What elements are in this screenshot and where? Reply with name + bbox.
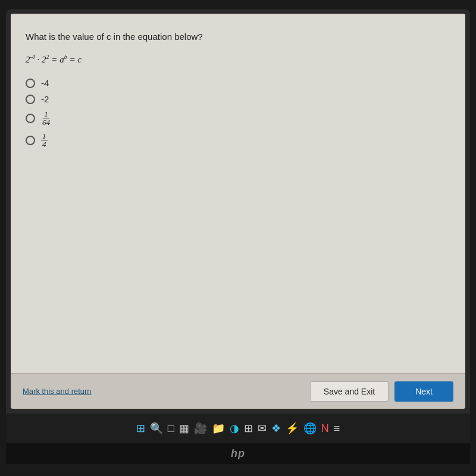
fraction-1-64: 1 64 [41,110,51,126]
fraction-1-4: 1 4 [41,132,48,148]
denominator-64: 64 [41,118,51,126]
save-exit-button[interactable]: Save and Exit [310,381,389,402]
dropbox-icon[interactable]: ❖ [271,422,281,435]
netflix-icon[interactable]: N [321,422,329,435]
option-1[interactable]: -4 [26,78,450,88]
action-buttons: Save and Exit Next [310,381,453,402]
widgets-icon[interactable]: ▦ [179,422,189,435]
laptop-bezel: What is the value of c in the equation b… [6,9,470,414]
taskbar: ⊞ 🔍 □ ▦ 🎥 📁 ◑ ⊞ ✉ ❖ ⚡ 🌐 N ≡ [6,414,470,443]
quiz-content: What is the value of c in the equation b… [11,14,465,373]
bottom-bar: Mark this and return Save and Exit Next [11,373,465,409]
equation: 2-4 · 22 = ab = c [26,54,450,65]
option-4[interactable]: 1 4 [26,132,450,148]
option-2-label: -2 [41,94,49,104]
edge-icon[interactable]: ◑ [230,422,239,435]
windows-icon[interactable]: ⊞ [136,422,145,435]
numerator-2: 1 [41,132,48,140]
screen: What is the value of c in the equation b… [0,0,476,476]
chrome-icon[interactable]: 🌐 [303,422,317,435]
radio-3[interactable] [26,114,35,123]
hp-logo-bar: hp [6,443,470,464]
option-3[interactable]: 1 64 [26,110,450,126]
bolt-icon[interactable]: ⚡ [286,422,299,435]
menu-icon[interactable]: ≡ [334,422,340,435]
option-2[interactable]: -2 [26,94,450,104]
radio-2[interactable] [26,95,35,104]
task-view-icon[interactable]: □ [168,422,174,435]
hp-logo: hp [231,447,245,460]
mark-return-link[interactable]: Mark this and return [23,387,92,396]
question-text: What is the value of c in the equation b… [26,32,450,42]
radio-1[interactable] [26,79,35,88]
folder-icon[interactable]: 📁 [212,422,225,435]
mail-icon[interactable]: ✉ [258,422,267,435]
option-1-label: -4 [41,78,49,88]
next-button[interactable]: Next [394,381,453,402]
options-list: -4 -2 1 64 [26,78,450,148]
apps-icon[interactable]: ⊞ [244,422,253,435]
numerator-1: 1 [43,110,49,118]
radio-4[interactable] [26,136,35,145]
quiz-screen: What is the value of c in the equation b… [11,14,465,409]
camera-icon[interactable]: 🎥 [194,422,207,435]
denominator-4: 4 [41,140,48,148]
search-icon[interactable]: 🔍 [150,422,163,435]
